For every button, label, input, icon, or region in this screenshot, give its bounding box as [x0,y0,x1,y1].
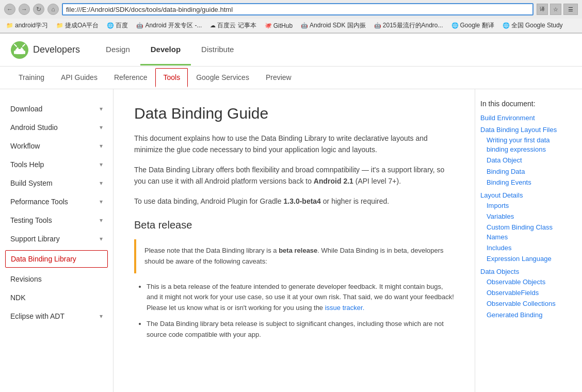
secondary-nav-google-services[interactable]: Google Services [188,67,257,89]
toc-binding-events-link[interactable]: Binding Events [487,178,562,187]
secondary-nav-preview[interactable]: Preview [257,67,300,89]
bullet1-text: This is a beta release of the feature in… [147,283,454,312]
intro3-text-part2: or higher is required. [321,197,389,205]
toc-variables-link[interactable]: Variables [487,212,562,221]
bookmark-google-study[interactable]: 🌐 全国 Google Study [499,20,566,31]
chevron-down-icon: ▾ [100,198,103,205]
page-title: Data Binding Guide [134,105,454,122]
bookmark-label: 2015最流行的Andro... [383,21,443,30]
bookmark-icon: 📁 [6,22,13,29]
nav-distribute[interactable]: Distribute [191,35,244,66]
toc-generated-binding-link[interactable]: Generated Binding [487,311,562,320]
sidebar-item-label: Build System [10,179,53,187]
bookmark-icon: 🤖 [301,22,308,29]
toc-layout-details-link[interactable]: Layout Details [480,191,562,199]
toc-custom-binding-link[interactable]: Custom Binding Class Names [487,223,562,241]
svg-point-2 [17,47,19,50]
android-logo-icon [10,41,29,59]
sidebar-item-revisions[interactable]: Revisions [0,270,113,288]
list-item: This is a beta release of the feature in… [147,282,454,314]
beta-caveats-list: This is a beta release of the feature in… [134,282,454,340]
intro2-text-part2: (API level 7+). [353,177,401,185]
toc-binding-data-link[interactable]: Binding Data [487,167,562,176]
content-area: Download ▾ Android Studio ▾ Workflow ▾ T… [0,89,582,392]
sidebar-item-workflow[interactable]: Workflow ▾ [0,137,113,155]
sidebar-item-label: Tools Help [10,160,44,169]
bookmark-android-dev[interactable]: 🤖 Android 开发专区 -... [133,20,205,31]
toc-build-environment-link[interactable]: Build Environment [480,114,562,122]
browser-action-buttons: 译 ☆ ☰ [537,4,578,15]
toc-imports-link[interactable]: Imports [487,201,562,210]
bookmark-android-sdk[interactable]: 🤖 Android SDK 国内振 [298,20,369,31]
sidebar: Download ▾ Android Studio ▾ Workflow ▾ T… [0,89,114,392]
sidebar-item-build-system[interactable]: Build System ▾ [0,174,113,192]
beta-section-title: Beta release [134,219,454,231]
sidebar-item-tools-help[interactable]: Tools Help ▾ [0,155,113,174]
android-version-bold: Android 2.1 [314,177,353,185]
sidebar-item-download[interactable]: Download ▾ [0,100,113,118]
secondary-nav-tools[interactable]: Tools [155,68,188,88]
toc-observable-collections-link[interactable]: Observable Collections [487,299,562,308]
bookmark-baiduyun[interactable]: ☁ 百度云 记事本 [207,20,259,31]
toc-data-object-link[interactable]: Data Object [487,156,562,165]
sidebar-item-label: Testing Tools [10,216,52,224]
refresh-button[interactable]: ↻ [33,4,44,15]
bookmark-google-translate[interactable]: 🌐 Google 翻译 [448,20,497,31]
bookmark-oa[interactable]: 📁 捷成OA平台 [53,20,102,31]
site-header: Developers Design Develop Distribute [0,34,582,67]
toc-expression-language-link[interactable]: Expression Language [487,254,562,264]
toc-section-layout-files: Data Binding Layout Files Writing your f… [480,126,562,187]
toc-observable-objects-link[interactable]: Observable Objects [487,277,562,287]
translate-button[interactable]: 译 [537,4,548,15]
browser-chrome: ← → ↻ ⌂ 译 ☆ ☰ 📁 android学习 📁 捷成OA平台 🌐 百度 … [0,0,582,34]
bookmark-icon: 🌐 [451,22,459,29]
sidebar-item-performance-tools[interactable]: Peformance Tools ▾ [0,192,113,211]
svg-rect-6 [14,51,16,54]
sidebar-item-label: Support Library [10,235,60,243]
bookmark-android-study[interactable]: 📁 android学习 [3,20,51,31]
site-logo-text: Developers [33,44,80,55]
bookmark-label: GitHub [273,22,293,29]
sidebar-item-eclipse-adt[interactable]: Eclipse with ADT ▾ [0,307,113,325]
bookmark-github[interactable]: 🐙 GitHub [262,21,296,30]
nav-develop[interactable]: Develop [140,35,191,66]
toc-writing-first-link[interactable]: Writing your first data binding expressi… [487,136,562,154]
secondary-nav-training[interactable]: Training [10,67,53,89]
forward-button[interactable]: → [19,4,30,15]
toc-observable-fields-link[interactable]: ObservableFields [487,288,562,298]
chevron-down-icon: ▾ [100,142,103,150]
chevron-down-icon: ▾ [100,105,103,112]
intro-paragraph-3: To use data binding, Android Plugin for … [134,195,454,207]
bookmark-label: 百度云 记事本 [217,21,256,30]
sidebar-item-support-library[interactable]: Support Library ▾ [0,230,113,248]
secondary-nav-reference[interactable]: Reference [106,67,156,89]
toc-data-objects-link[interactable]: Data Objects [480,268,562,275]
sidebar-item-data-binding-library[interactable]: Data Binding Library [5,250,108,268]
main-content: Data Binding Guide This document explain… [114,89,475,392]
bookmark-icon: ☁ [210,22,216,29]
svg-rect-1 [15,49,24,54]
browser-toolbar: ← → ↻ ⌂ 译 ☆ ☰ [0,0,582,19]
bookmark-label: 百度 [116,21,128,30]
chevron-down-icon: ▾ [100,235,103,242]
star-button[interactable]: ☆ [550,4,561,15]
toc-layout-files-link[interactable]: Data Binding Layout Files [480,126,562,134]
toc-includes-link[interactable]: Includes [487,243,562,253]
intro3-text-part1: To use data binding, Android Plugin for … [134,197,284,205]
nav-design[interactable]: Design [95,35,140,66]
menu-button[interactable]: ☰ [563,4,578,15]
secondary-nav-api-guides[interactable]: API Guides [53,67,106,89]
bookmark-android-2015[interactable]: 🤖 2015最流行的Andro... [371,20,446,31]
home-button[interactable]: ⌂ [47,4,59,15]
sidebar-item-testing-tools[interactable]: Testing Tools ▾ [0,211,113,230]
address-bar[interactable] [62,3,534,15]
issue-tracker-link[interactable]: issue tracker. [325,304,365,312]
sidebar-item-label: NDK [10,293,26,302]
back-button[interactable]: ← [4,4,15,15]
list-item: The Data Binding library beta release is… [147,319,454,340]
bookmark-baidu[interactable]: 🌐 百度 [104,20,131,31]
sidebar-item-ndk[interactable]: NDK [0,288,113,307]
sidebar-item-android-studio[interactable]: Android Studio ▾ [0,118,113,137]
chevron-down-icon: ▾ [100,313,103,320]
gradle-version-bold: 1.3.0-beta4 [284,197,321,205]
